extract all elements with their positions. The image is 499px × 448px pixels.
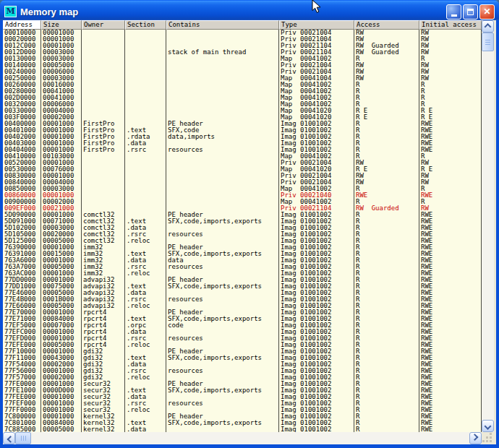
table-row[interactable]: 0040100000001000FirstPro.textSFX,codeIma…	[3, 127, 482, 134]
table-row[interactable]: 763A700000005000imm32.rsrcresourcesImag …	[3, 264, 482, 270]
vertical-scrollbar[interactable]	[482, 20, 494, 432]
cell-owner: gdi32	[82, 374, 125, 381]
close-button[interactable]: ✕	[479, 4, 495, 20]
table-row[interactable]: 763AC00000001000imm32.relocImag 01001002…	[3, 270, 482, 277]
table-row[interactable]: 77EF500000007000rpcrt4.orpccodeImag 0100…	[3, 322, 482, 329]
table-row[interactable]: 0012C00000001000Priv 00021104RW GuardedR…	[3, 43, 482, 49]
table-row[interactable]: 7639000000001000imm32PE headerImag 01001…	[3, 244, 482, 251]
table-row[interactable]: 0024000000006000Priv 00021004RWRW	[3, 69, 482, 75]
table-row[interactable]: 0013000000003000Map 00041002RR	[3, 56, 482, 62]
table-row[interactable]: 0083000000001000Priv 00021004RWRW	[3, 173, 482, 179]
app-icon[interactable]: M	[4, 6, 17, 17]
cell-address: 00400000	[3, 121, 41, 127]
window-controls: ✕	[446, 4, 495, 20]
table-row[interactable]: 763A600000001000imm32.datadataImag 01001…	[3, 257, 482, 264]
table-row[interactable]: 0014000000005000Priv 00021004RWRW	[3, 62, 482, 69]
table-row[interactable]: 77DD000000001000advapi32PE headerImag 01…	[3, 277, 482, 283]
table-row[interactable]: 5D12500000005000comctl32.relocImag 01001…	[3, 238, 482, 244]
column-header-address[interactable]: Address	[3, 20, 41, 30]
table-row[interactable]: 77FE10000000D000secur32.textSFX,code,imp…	[3, 387, 482, 394]
table-row[interactable]: 003F000000002000Map 00041020R ER E	[3, 114, 482, 121]
minimize-button[interactable]	[446, 4, 461, 20]
column-header-type[interactable]: Type	[279, 20, 354, 30]
cell-section	[125, 36, 166, 43]
table-row[interactable]: 0026000000016000Map 00041002RR	[3, 82, 482, 88]
table-row[interactable]: 0012D00000003000stack of main threadPriv…	[3, 49, 482, 56]
table-row[interactable]: 0002000000001000Priv 00021004RWRW	[3, 36, 482, 43]
table-row[interactable]: 0040200000001000FirstPro.rdatadata,impor…	[3, 134, 482, 140]
cell-size: 00001000	[41, 381, 82, 387]
scroll-down-button[interactable]	[482, 420, 494, 432]
table-row[interactable]: 77DD100000075000advapi32.textSFX,code,im…	[3, 283, 482, 290]
cell-size: 00001000	[41, 173, 82, 179]
table-row[interactable]: 77F5700000002000gdi32.relocImag 01001002…	[3, 374, 482, 381]
table-row[interactable]: 77FE000000001000secur32PE headerImag 010…	[3, 381, 482, 387]
table-row[interactable]: 0086000000001000Priv 00021040RWERWE	[3, 192, 482, 199]
table-row[interactable]: 7C80100000084000kernel32.textSFX,code,im…	[3, 420, 482, 426]
table-row[interactable]: 0033000000004000Map 00041020R ER E	[3, 108, 482, 114]
table-row[interactable]: 0028000000041000Map 00041002RR	[3, 88, 482, 95]
table-row[interactable]: 5D10500000020000comctl32.rsrcresourcesIm…	[3, 231, 482, 238]
table-row[interactable]: 77F1100000043000gdi32.textSFX,code,impor…	[3, 355, 482, 361]
table-row[interactable]: 0041000000103000Map 00041002RR	[3, 153, 482, 160]
table-row[interactable]: 0025000000003000Map 00041004RWRW	[3, 75, 482, 82]
scroll-right-button[interactable]	[469, 432, 482, 444]
resize-grip[interactable]	[482, 432, 494, 444]
table-row[interactable]: 77E4600000005000advapi32.dataImag 010010…	[3, 290, 482, 296]
table-row[interactable]: 0001000000001000Priv 00021004RWRW	[3, 30, 482, 36]
cell-size: 00005000	[41, 303, 82, 309]
cell-type: Map 00041004	[279, 75, 354, 82]
table-row[interactable]: 77E4B0000001B000advapi32.rsrcresourcesIm…	[3, 296, 482, 303]
vertical-scroll-thumb[interactable]	[482, 33, 494, 51]
table-row[interactable]: 77EFE00000005000rpcrt4.relocImag 0100100…	[3, 342, 482, 348]
table-row[interactable]: 0040300000001000FirstPro.dataImag 010010…	[3, 140, 482, 147]
table-row[interactable]: 5D09000000001000comctl32PE headerImag 01…	[3, 212, 482, 218]
scroll-up-button[interactable]	[482, 20, 494, 33]
column-header-section[interactable]: Section	[125, 20, 166, 30]
table-row[interactable]: 77FEF00000001000secur32.rsrcresourcesIma…	[3, 400, 482, 407]
cell-owner: FirstPro	[82, 121, 125, 127]
table-row[interactable]: 0052000000001000Priv 00021004RWRW	[3, 160, 482, 166]
column-header-access[interactable]: Access	[354, 20, 419, 30]
cell-access: RW Guarded	[354, 43, 419, 49]
table-row[interactable]: 77E6600000005000advapi32.relocImag 01001…	[3, 303, 482, 309]
column-header-size[interactable]: Size	[41, 20, 82, 30]
horizontal-scroll-thumb[interactable]	[15, 432, 31, 444]
table-row[interactable]: 77FEE00000001000secur32.dataImag 0100100…	[3, 394, 482, 400]
table-row[interactable]: 7C80000000001000kernel32PE headerImag 01…	[3, 413, 482, 420]
table-row[interactable]: 7639100000015000imm32.textSFX,code,impor…	[3, 251, 482, 257]
table-row[interactable]: 0090000000002000Map 00041002RR	[3, 199, 482, 205]
cell-section	[125, 381, 166, 387]
scroll-left-button[interactable]	[3, 432, 15, 444]
table-row[interactable]: 0084000000004000Priv 00021004RWRW	[3, 179, 482, 186]
table-row[interactable]: 77F5600000001000gdi32.rsrcresourcesImag …	[3, 368, 482, 374]
table-row[interactable]: 009EF00000021000Priv 00021104RW GuardedR…	[3, 205, 482, 212]
table-row[interactable]: 0085000000003000Map 00041002RR	[3, 186, 482, 192]
column-header-owner[interactable]: Owner	[82, 20, 125, 30]
table-row[interactable]: 77E7100000084000rpcrt4.textSFX,code,impo…	[3, 316, 482, 322]
table-row[interactable]: 5D10200000003000comctl32.dataImag 010010…	[3, 225, 482, 231]
table-row[interactable]: 77EFD00000001000rpcrt4.rsrcresourcesImag…	[3, 335, 482, 342]
table-row[interactable]: 77F1000000001000gdi32PE headerImag 01001…	[3, 348, 482, 355]
cell-owner	[82, 69, 125, 75]
table-row[interactable]: 77EFC00000001000rpcrt4.dataImag 01001002…	[3, 329, 482, 335]
horizontal-scrollbar[interactable]	[3, 432, 482, 444]
table-row[interactable]: 77F5400000002000gdi32.dataImag 01001002R…	[3, 361, 482, 368]
table-row[interactable]: 5D09100000071000comctl32.textSFX,code,im…	[3, 218, 482, 225]
cell-access: R E	[354, 166, 419, 173]
maximize-button[interactable]	[463, 4, 478, 20]
table-row[interactable]: 0040000000001000FirstProPE headerImag 01…	[3, 121, 482, 127]
table-row[interactable]: 77E7000000001000rpcrt4PE headerImag 0100…	[3, 309, 482, 316]
cell-size: 00003000	[41, 225, 82, 231]
table-row[interactable]: 77FF000000001000secur32.relocImag 010010…	[3, 407, 482, 413]
cell-access: R	[354, 212, 419, 218]
column-header-initial-access[interactable]: Initial access	[419, 20, 482, 30]
titlebar[interactable]: M Memory map ✕	[0, 0, 499, 20]
table-row[interactable]: 7C88500000005000kernel32.dataImag 010010…	[3, 426, 482, 432]
table-row[interactable]: 0053000000076000Map 00041020R ER E	[3, 166, 482, 173]
column-header-contains[interactable]: Contains	[166, 20, 279, 30]
table-row[interactable]: 0040400000001000FirstPro.rsrcresourcesIm…	[3, 147, 482, 153]
table-row[interactable]: 002D000000041000Map 00041002RR	[3, 95, 482, 101]
table-row[interactable]: 0032000000006000Map 00041002RR	[3, 101, 482, 108]
cell-owner: FirstPro	[82, 147, 125, 153]
